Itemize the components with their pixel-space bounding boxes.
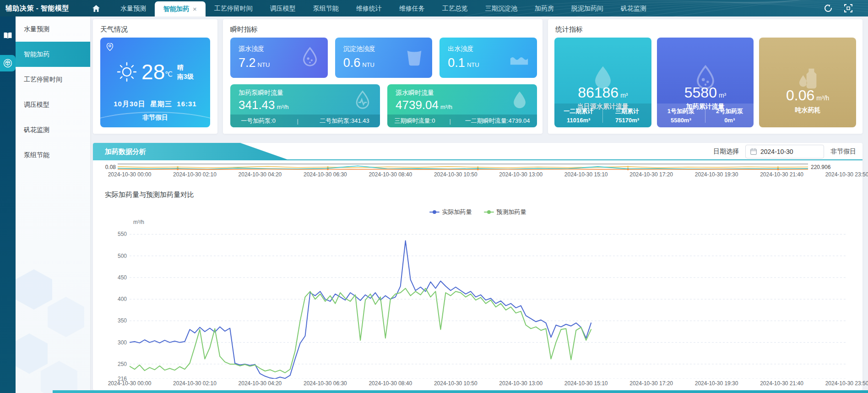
- date-picker-input[interactable]: 2024-10-30: [745, 145, 824, 158]
- y-tick-label: 350: [108, 317, 127, 324]
- tab-水量预测[interactable]: 水量预测: [112, 0, 155, 16]
- sidebar-item-工艺停留时间[interactable]: 工艺停留时间: [16, 67, 90, 92]
- location-pin-icon: [107, 43, 113, 51]
- stat-footer-label: 三期累计: [603, 107, 651, 115]
- tab-泵组节能[interactable]: 泵组节能: [304, 0, 347, 16]
- tab-调压模型[interactable]: 调压模型: [261, 0, 304, 16]
- instant-section-title: 瞬时指标: [223, 19, 542, 34]
- tab-close-icon[interactable]: ×: [193, 5, 197, 12]
- main-x-label: 2024-10-30 13:00: [499, 380, 542, 387]
- refresh-icon[interactable]: [824, 4, 832, 12]
- tab-label: 智能加药: [163, 1, 189, 16]
- cube-icon: [3, 59, 12, 68]
- spark-x-label: 2024-10-30 02:10: [173, 171, 217, 178]
- sidebar-item-水量预测[interactable]: 水量预测: [16, 16, 90, 42]
- tab-维修统计[interactable]: 维修统计: [347, 0, 391, 16]
- spark-x-label: 2024-10-30 23:50: [825, 171, 868, 178]
- legend-item-预测加药量[interactable]: 预测加药量: [484, 208, 526, 216]
- weather-panel: 天气情况 28℃: [93, 19, 217, 134]
- series-预测加药量: [130, 289, 591, 373]
- water-wave-icon: [509, 46, 530, 67]
- stat-value: 5580m³: [657, 84, 754, 101]
- legend-marker: [484, 210, 494, 214]
- spark-x-label: 2024-10-30 13:00: [499, 171, 542, 178]
- sparkline-max-label: 220.906: [808, 164, 830, 170]
- comparison-chart-plot: [130, 230, 847, 379]
- y-tick-label: 250: [108, 361, 127, 367]
- sidebar-item-矾花监测[interactable]: 矾花监测: [16, 117, 90, 142]
- flow-unit: m³/h: [440, 104, 452, 110]
- flow-card-footer: 三期瞬时流量:0|一二期瞬时流量:4739.04: [387, 115, 537, 127]
- stat-card-当日源水累计流量: 86186m³当日源水累计流量一二期累计11016m³三期累计75170m³: [554, 38, 651, 127]
- sidebar-item-调压模型[interactable]: 调压模型: [16, 92, 90, 117]
- tab-矾花监测[interactable]: 矾花监测: [612, 0, 655, 16]
- card-icon-wrap: [353, 90, 373, 112]
- flow-footer-right: 一二期瞬时流量:4739.04: [465, 117, 530, 125]
- stat-footer-col: 1号加药泵5580m³: [657, 107, 705, 124]
- rail-item-smart-model[interactable]: [0, 55, 16, 71]
- turbidity-card-沉淀池浊度: 沉淀池浊度0.6NTU: [335, 38, 433, 78]
- stat-footer-value: 11016m³: [554, 117, 602, 124]
- droplet-icon: [510, 90, 530, 110]
- flow-row: 加药泵瞬时流量341.43m³/h一号加药泵:0|二号加药泵:341.43源水瞬…: [230, 84, 537, 127]
- sidebar-item-泵组节能[interactable]: 泵组节能: [16, 142, 90, 168]
- stats-section-title: 统计指标: [548, 19, 863, 34]
- analysis-card: 加药数据分析 日期选择 2024-10-30 非节假日: [93, 143, 863, 390]
- sidebar-item-智能加药[interactable]: 智能加药: [16, 42, 90, 67]
- turbidity-card-源水浊度: 源水浊度7.2NTU: [230, 38, 328, 78]
- tab-bar: 水量预测智能加药×工艺停留时间调压模型泵组节能维修统计维修任务工艺总览三期沉淀池…: [112, 0, 655, 16]
- comparison-x-axis: 2024-10-30 00:002024-10-30 02:102024-10-…: [93, 380, 863, 388]
- temperature-unit: ℃: [165, 70, 173, 78]
- holiday-flag: 非节假日: [830, 147, 856, 156]
- main-x-label: 2024-10-30 02:10: [173, 380, 217, 387]
- tab-脱泥加药间[interactable]: 脱泥加药间: [563, 0, 612, 16]
- tab-工艺停留时间[interactable]: 工艺停留时间: [206, 0, 261, 16]
- spark-yellow: [118, 166, 808, 168]
- tab-label: 维修任务: [399, 5, 425, 12]
- tab-label: 水量预测: [120, 5, 146, 12]
- home-button[interactable]: [87, 0, 105, 16]
- weather-condition: 晴: [177, 63, 194, 72]
- tab-加药房[interactable]: 加药房: [526, 0, 563, 16]
- main-x-label: 2024-10-30 17:20: [629, 380, 673, 387]
- weather-section-title: 天气情况: [93, 19, 217, 34]
- stat-footer-label: 1号加药泵: [657, 107, 705, 115]
- turbidity-unit: NTU: [467, 61, 479, 68]
- analysis-tab[interactable]: 加药数据分析: [93, 143, 290, 160]
- stat-label: 吨水药耗: [759, 106, 856, 115]
- weather-card: 28℃ 晴 南3级 10月30日 星期三 16:31 非节假日: [100, 38, 210, 127]
- comparison-chart[interactable]: [130, 230, 847, 379]
- y-tick-label: 550: [108, 231, 127, 237]
- stat-card-footer: 1号加药泵5580m³2号加药泵0m³: [657, 104, 754, 127]
- tab-label: 工艺总览: [442, 5, 468, 12]
- tab-工艺总览[interactable]: 工艺总览: [434, 0, 477, 16]
- tab-智能加药[interactable]: 智能加药×: [155, 1, 206, 16]
- stat-footer-col: 2号加药泵0m³: [705, 107, 754, 124]
- fullscreen-icon[interactable]: [844, 4, 852, 12]
- flow-card-加药泵瞬时流量: 加药泵瞬时流量341.43m³/h一号加药泵:0|二号加药泵:341.43: [230, 84, 380, 127]
- main-x-label: 2024-10-30 23:50: [825, 380, 868, 387]
- tab-三期沉淀池[interactable]: 三期沉淀池: [477, 0, 526, 16]
- calendar-icon: [750, 148, 757, 155]
- weather-wind: 南3级: [177, 72, 194, 81]
- date-label: 日期选择: [713, 147, 739, 156]
- tab-label: 脱泥加药间: [571, 5, 603, 12]
- weather-date: 10月30日 星期三 16:31: [100, 100, 210, 109]
- beaker-icon: [404, 46, 425, 67]
- rail-item-book[interactable]: [0, 27, 16, 45]
- stat-footer-value: 5580m³: [657, 117, 705, 124]
- tab-维修任务[interactable]: 维修任务: [391, 0, 434, 16]
- flow-unit: m³/h: [277, 104, 289, 110]
- stat-footer-label: 2号加药泵: [705, 107, 754, 115]
- sidebar: 水量预测智能加药工艺停留时间调压模型矾花监测泵组节能: [16, 16, 90, 393]
- card-icon-wrap: [404, 46, 425, 69]
- book-icon: [3, 32, 12, 39]
- tab-label: 维修统计: [356, 5, 382, 12]
- sparkline-chart[interactable]: [118, 163, 808, 170]
- legend-item-实际加药量[interactable]: 实际加药量: [429, 208, 472, 216]
- tab-label: 矾花监测: [621, 5, 646, 12]
- y-tick-label: 300: [108, 339, 127, 346]
- sparkline-min-label: 0.08: [93, 164, 118, 170]
- tab-label: 调压模型: [270, 5, 296, 12]
- legend-dot: [487, 210, 491, 214]
